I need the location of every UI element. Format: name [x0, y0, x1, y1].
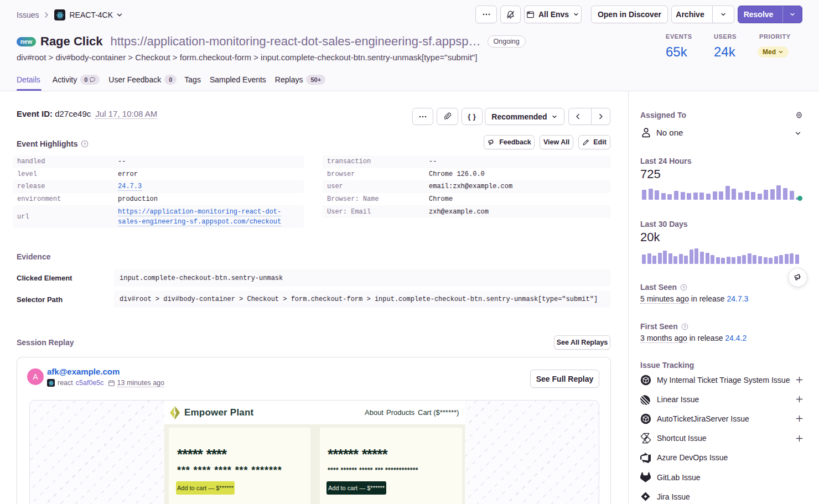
svg-text:?: ?: [682, 284, 685, 289]
svg-text:?: ?: [683, 324, 686, 329]
svg-text:?: ?: [84, 142, 86, 147]
